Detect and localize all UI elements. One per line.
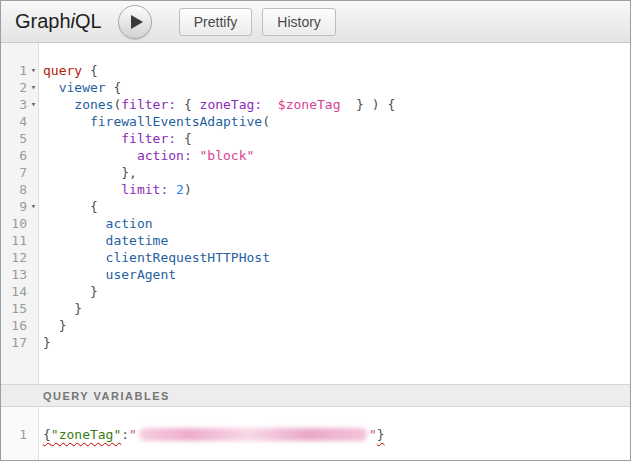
- query-editor[interactable]: 1▾query {2▾ viewer {3▾ zones(filter: { z…: [1, 43, 630, 384]
- token-attr: limit:: [43, 182, 168, 197]
- app-title: GraphiQL: [15, 10, 102, 33]
- line-number: 3: [1, 96, 28, 113]
- fold-spacer: [28, 300, 39, 317]
- fold-arrow-icon[interactable]: ▾: [28, 62, 39, 79]
- fold-spacer: [28, 283, 39, 300]
- execute-button[interactable]: [118, 5, 152, 39]
- token-attr: action:: [43, 148, 192, 163]
- toolbar: GraphiQL Prettify History: [1, 1, 630, 43]
- prettify-button[interactable]: Prettify: [179, 8, 253, 36]
- token-punct: {: [106, 80, 122, 95]
- code-text: {: [39, 198, 98, 215]
- line-number: 5: [1, 130, 28, 147]
- code-text: firewallEventsAdaptive(: [39, 113, 270, 130]
- token-str: "block": [200, 148, 255, 163]
- code-text: viewer {: [39, 79, 121, 96]
- token-punct: ): [184, 182, 192, 197]
- code-line[interactable]: 5 filter: {: [1, 130, 630, 147]
- code-line[interactable]: 15 }: [1, 300, 630, 317]
- app-title-part3: QL: [75, 10, 102, 32]
- code-text: action: "block": [39, 147, 254, 164]
- query-variables-header[interactable]: QUERY VARIABLES: [1, 384, 630, 407]
- line-number: 6: [1, 147, 28, 164]
- code-line[interactable]: 1▾query {: [1, 62, 630, 79]
- fold-spacer: [28, 334, 39, 351]
- code-line[interactable]: 12 clientRequestHTTPHost: [1, 249, 630, 266]
- graphiql-app: GraphiQL Prettify History 1▾query {2▾ vi…: [0, 0, 631, 461]
- line-number: 13: [1, 266, 28, 283]
- line-number: 2: [1, 79, 28, 96]
- code-line[interactable]: 13 userAgent: [1, 266, 630, 283]
- token-punct: [262, 97, 278, 112]
- line-number: 7: [1, 164, 28, 181]
- code-text: }: [39, 283, 98, 300]
- code-line[interactable]: 1{"zoneTag":""}: [1, 426, 630, 443]
- token-punct: }: [377, 427, 385, 442]
- app-title-part1: Graph: [15, 10, 71, 32]
- line-number: 14: [1, 283, 28, 300]
- line-number: 1: [1, 426, 28, 443]
- code-text: },: [39, 164, 137, 181]
- fold-arrow-icon[interactable]: ▾: [28, 96, 39, 113]
- fold-spacer: [28, 215, 39, 232]
- code-line[interactable]: 16 }: [1, 317, 630, 334]
- code-text: zones(filter: { zoneTag: $zoneTag } ) {: [39, 96, 395, 113]
- line-number: 4: [1, 113, 28, 130]
- token-punct: }: [43, 335, 51, 350]
- fold-arrow-icon[interactable]: ▾: [28, 79, 39, 96]
- code-line[interactable]: 9▾ {: [1, 198, 630, 215]
- code-line[interactable]: 4 firewallEventsAdaptive(: [1, 113, 630, 130]
- line-number: 10: [1, 215, 28, 232]
- code-text: datetime: [39, 232, 168, 249]
- history-button[interactable]: History: [262, 8, 336, 36]
- code-line[interactable]: 3▾ zones(filter: { zoneTag: $zoneTag } )…: [1, 96, 630, 113]
- redacted-value: [139, 428, 367, 441]
- fold-spacer: [28, 147, 39, 164]
- token-field: clientRequestHTTPHost: [43, 250, 270, 265]
- line-number: 8: [1, 181, 28, 198]
- code-text: {"zoneTag":""}: [39, 426, 385, 443]
- token-num: 2: [176, 182, 184, 197]
- token-punct: [168, 182, 176, 197]
- token-punct: (: [262, 114, 270, 129]
- token-attr: filter:: [43, 131, 176, 146]
- token-field: datetime: [43, 233, 168, 248]
- code-line[interactable]: 17}: [1, 334, 630, 351]
- line-number: 15: [1, 300, 28, 317]
- line-number: 17: [1, 334, 28, 351]
- fold-spacer: [28, 249, 39, 266]
- fold-spacer: [28, 113, 39, 130]
- code-line[interactable]: 14 }: [1, 283, 630, 300]
- code-text: limit: 2): [39, 181, 192, 198]
- code-line[interactable]: 2▾ viewer {: [1, 79, 630, 96]
- fold-spacer: [28, 130, 39, 147]
- query-variables-title: QUERY VARIABLES: [43, 390, 170, 402]
- code-text: clientRequestHTTPHost: [39, 249, 270, 266]
- token-punct: {: [82, 63, 98, 78]
- fold-spacer: [28, 266, 39, 283]
- token-punct: {: [176, 97, 199, 112]
- code-text: query {: [39, 62, 98, 79]
- code-line[interactable]: 7 },: [1, 164, 630, 181]
- code-line[interactable]: 10 action: [1, 215, 630, 232]
- token-field: viewer: [43, 80, 106, 95]
- code-line[interactable]: 8 limit: 2): [1, 181, 630, 198]
- token-var: $zoneTag: [278, 97, 341, 112]
- code-text: }: [39, 317, 66, 334]
- token-punct: [192, 148, 200, 163]
- variables-editor[interactable]: 1{"zoneTag":""}: [1, 407, 630, 460]
- code-line[interactable]: 6 action: "block": [1, 147, 630, 164]
- token-vprop: "zoneTag": [51, 427, 121, 442]
- code-text: userAgent: [39, 266, 176, 283]
- token-keyword: query: [43, 63, 82, 78]
- fold-arrow-icon[interactable]: ▾: [28, 198, 39, 215]
- play-icon: [131, 15, 143, 29]
- fold-spacer: [28, 317, 39, 334]
- line-number: 12: [1, 249, 28, 266]
- variables-editor-lines: 1{"zoneTag":""}: [1, 407, 630, 443]
- token-attr: zoneTag:: [200, 97, 263, 112]
- code-line[interactable]: 11 datetime: [1, 232, 630, 249]
- token-punct: :: [121, 427, 129, 442]
- fold-spacer: [28, 181, 39, 198]
- token-field: firewallEventsAdaptive: [43, 114, 262, 129]
